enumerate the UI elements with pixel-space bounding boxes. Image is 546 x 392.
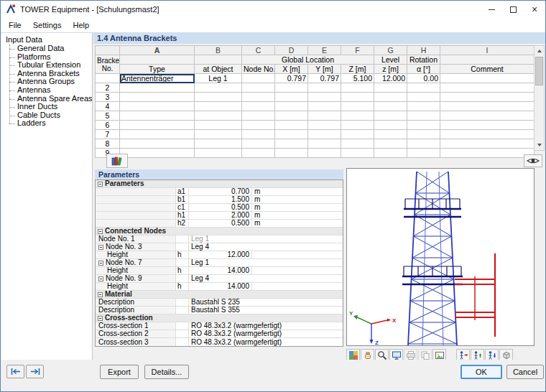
cell-rotation[interactable] — [407, 139, 440, 149]
collapse-icon[interactable] — [98, 182, 103, 187]
ok-button[interactable]: OK — [461, 365, 502, 379]
cell-z[interactable] — [341, 149, 374, 158]
cell-y[interactable] — [308, 93, 341, 102]
cell-node-no[interactable] — [242, 130, 275, 139]
cell-z[interactable]: 5.100 — [341, 74, 374, 83]
cell-node-no[interactable] — [242, 74, 275, 83]
row-number[interactable]: 3 — [96, 93, 120, 102]
param-value[interactable]: Leg 4 — [189, 243, 343, 251]
cell-type[interactable] — [120, 83, 195, 93]
cell-y[interactable] — [308, 102, 341, 111]
cell-comment[interactable] — [440, 93, 535, 102]
cell-y[interactable] — [308, 149, 341, 158]
cell-x[interactable] — [275, 83, 308, 93]
cell-node-no[interactable] — [242, 102, 275, 111]
param-value[interactable]: 1.500 — [189, 196, 252, 203]
3d-viewport[interactable]: X Y Z — [346, 168, 535, 346]
export-button[interactable]: Export — [100, 365, 139, 379]
table-corner[interactable] — [96, 46, 120, 55]
cell-y[interactable]: 0.797 — [308, 74, 341, 83]
sidebar-item-inner-ducts[interactable]: Inner Ducts — [6, 103, 92, 111]
cell-comment[interactable] — [440, 102, 535, 111]
row-number[interactable]: 5 — [96, 111, 120, 121]
column-letter-e[interactable]: E — [308, 46, 341, 55]
cell-node-no[interactable] — [242, 149, 275, 158]
param-value[interactable]: 14.000 — [189, 283, 252, 290]
cell-level[interactable] — [374, 149, 407, 158]
cell-x[interactable] — [275, 111, 308, 121]
collapse-icon[interactable] — [98, 316, 103, 321]
param-value[interactable]: Leg 1 — [189, 235, 343, 243]
sidebar-item-ladders[interactable]: Ladders — [6, 119, 92, 128]
param-value[interactable]: 0.500 — [189, 220, 252, 227]
cell-type[interactable] — [120, 139, 195, 149]
cell-rotation[interactable] — [407, 111, 440, 121]
param-value[interactable]: 0.500 — [189, 204, 252, 211]
cell-rotation[interactable] — [407, 93, 440, 102]
row-number[interactable]: 7 — [96, 130, 120, 139]
cell-level[interactable]: 12.000 — [374, 74, 407, 83]
collapse-icon[interactable] — [98, 261, 103, 266]
cell-y[interactable] — [308, 130, 341, 139]
cell-z[interactable] — [341, 83, 374, 93]
cell-comment[interactable] — [440, 121, 535, 130]
menu-item-settings[interactable]: Settings — [27, 19, 68, 31]
cell-comment[interactable] — [440, 74, 535, 83]
cell-type[interactable] — [120, 149, 195, 158]
row-number[interactable]: 2 — [96, 83, 120, 93]
cell-z[interactable] — [341, 93, 374, 102]
row-number[interactable]: 1 — [96, 74, 120, 83]
cell-type[interactable] — [120, 102, 195, 111]
cell-level[interactable] — [374, 130, 407, 139]
cell-at-object[interactable] — [195, 149, 242, 158]
cell-comment[interactable] — [440, 130, 535, 139]
show-picture-button[interactable] — [524, 154, 542, 167]
details-button[interactable]: Details... — [144, 365, 189, 379]
cell-level[interactable] — [374, 121, 407, 130]
param-value[interactable]: RO 48.3x3.2 (warmgefertigt) — [189, 322, 343, 330]
cell-level[interactable] — [374, 93, 407, 102]
cell-at-object[interactable] — [195, 93, 242, 102]
sidebar-item-antennas[interactable]: Antennas — [6, 86, 92, 95]
cell-comment[interactable] — [440, 139, 535, 149]
column-letter-i[interactable]: I — [440, 46, 535, 55]
param-value[interactable]: 12.000 — [189, 251, 252, 258]
cell-rotation[interactable] — [407, 102, 440, 111]
param-value[interactable]: Baustahl S 355 — [189, 307, 343, 314]
collapse-icon[interactable] — [98, 245, 103, 250]
maximize-button[interactable] — [502, 1, 524, 18]
cell-rotation[interactable] — [407, 149, 440, 158]
cell-x[interactable] — [275, 102, 308, 111]
cell-x[interactable] — [275, 149, 308, 158]
close-button[interactable]: × — [524, 1, 545, 18]
cell-type[interactable] — [120, 93, 195, 102]
cell-at-object[interactable] — [195, 83, 242, 93]
column-letter-h[interactable]: H — [407, 46, 440, 55]
menu-item-help[interactable]: Help — [67, 19, 95, 31]
cell-rotation[interactable] — [407, 83, 440, 93]
column-letter-a[interactable]: A — [120, 46, 195, 55]
scroll-down-button[interactable] — [535, 140, 544, 150]
cell-type[interactable]: Antennenträger — [120, 74, 195, 83]
cell-comment[interactable] — [440, 83, 535, 93]
param-value[interactable]: Leg 1 — [189, 259, 343, 266]
cell-z[interactable] — [341, 130, 374, 139]
cell-z[interactable] — [341, 121, 374, 130]
sidebar-item-general-data[interactable]: General Data — [6, 45, 92, 53]
cell-node-no[interactable] — [242, 111, 275, 121]
cell-node-no[interactable] — [242, 121, 275, 130]
cell-z[interactable] — [341, 102, 374, 111]
cell-rotation[interactable]: 0.00 — [407, 74, 440, 83]
param-value[interactable]: RO 48.3x3.2 (warmgefertigt) — [189, 330, 343, 337]
cell-x[interactable] — [275, 130, 308, 139]
column-letter-g[interactable]: G — [374, 46, 407, 55]
cell-at-object[interactable] — [195, 111, 242, 121]
cell-z[interactable] — [341, 139, 374, 149]
cell-type[interactable] — [120, 121, 195, 130]
collapse-icon[interactable] — [98, 276, 103, 281]
table-scrollbar[interactable] — [534, 45, 545, 151]
go-first-table-button[interactable] — [6, 365, 24, 378]
column-letter-d[interactable]: D — [275, 46, 308, 55]
cell-at-object[interactable] — [195, 102, 242, 111]
cell-x[interactable]: 0.797 — [275, 74, 308, 83]
